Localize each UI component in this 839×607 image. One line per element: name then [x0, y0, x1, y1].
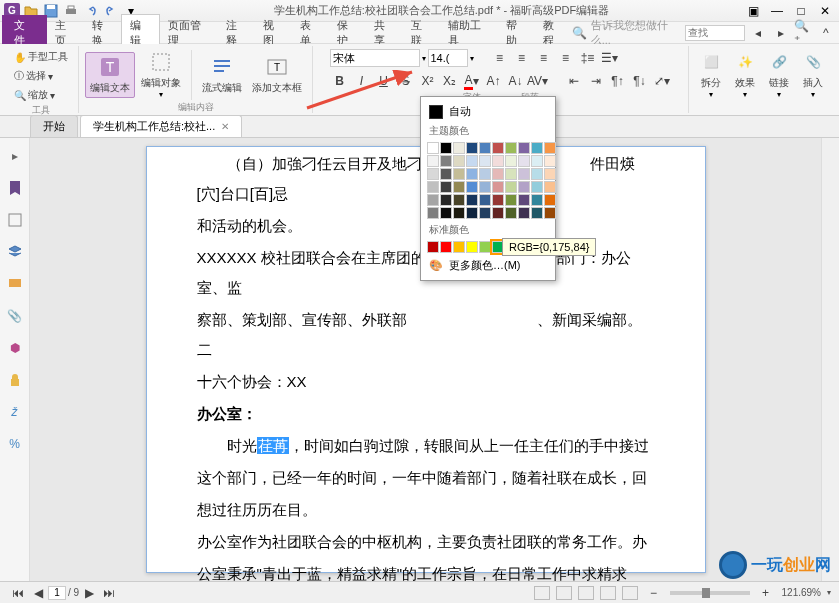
- security-icon[interactable]: [5, 370, 25, 390]
- font-name-combo[interactable]: [330, 49, 420, 67]
- line-spacing-icon[interactable]: ‡≡: [578, 48, 598, 68]
- color-swatch[interactable]: [531, 142, 543, 154]
- signatures-icon[interactable]: ž: [5, 402, 25, 422]
- zoom-slider[interactable]: [670, 591, 750, 595]
- indent-icon[interactable]: ⇥: [586, 71, 606, 91]
- font-color-button[interactable]: A▾: [462, 71, 482, 91]
- color-swatch[interactable]: [518, 155, 530, 167]
- color-swatch[interactable]: [453, 142, 465, 154]
- color-swatch[interactable]: [531, 168, 543, 180]
- first-page-icon[interactable]: ⏮: [8, 583, 28, 603]
- color-swatch[interactable]: [518, 194, 530, 206]
- color-swatch[interactable]: [531, 194, 543, 206]
- color-swatch[interactable]: [427, 155, 439, 167]
- tab-document[interactable]: 学生机构工作总结:校社...✕: [80, 115, 242, 137]
- color-swatch[interactable]: [531, 181, 543, 193]
- color-swatch[interactable]: [466, 194, 478, 206]
- color-swatch[interactable]: [427, 181, 439, 193]
- color-swatch[interactable]: [453, 207, 465, 219]
- color-swatch[interactable]: [479, 142, 491, 154]
- close-button[interactable]: ✕: [815, 3, 835, 19]
- insert-button[interactable]: 📎插入▾: [797, 48, 829, 101]
- comments-icon[interactable]: [5, 274, 25, 294]
- color-swatch[interactable]: [427, 168, 439, 180]
- color-swatch[interactable]: [544, 194, 556, 206]
- color-swatch[interactable]: [531, 207, 543, 219]
- find-input[interactable]: [685, 25, 745, 41]
- color-swatch[interactable]: [505, 155, 517, 167]
- last-page-icon[interactable]: ⏭: [99, 583, 119, 603]
- color-swatch[interactable]: [544, 181, 556, 193]
- zoom-value[interactable]: 121.69%: [782, 587, 821, 598]
- color-swatch[interactable]: [453, 168, 465, 180]
- strikethrough-button[interactable]: S̶: [396, 71, 416, 91]
- para-after-icon[interactable]: ¶↓: [630, 71, 650, 91]
- link-button[interactable]: 🔗链接▾: [763, 48, 795, 101]
- color-swatch[interactable]: [466, 168, 478, 180]
- superscript-button[interactable]: X²: [418, 71, 438, 91]
- color-swatch[interactable]: [440, 241, 452, 253]
- color-swatch[interactable]: [505, 207, 517, 219]
- color-swatch[interactable]: [492, 181, 504, 193]
- pages-panel-icon[interactable]: [5, 210, 25, 230]
- color-swatch[interactable]: [492, 168, 504, 180]
- auto-color-item[interactable]: 自动: [425, 101, 551, 122]
- underline-button[interactable]: U: [374, 71, 394, 91]
- color-swatch[interactable]: [544, 155, 556, 167]
- color-swatch[interactable]: [518, 168, 530, 180]
- italic-button[interactable]: I: [352, 71, 372, 91]
- color-swatch[interactable]: [466, 142, 478, 154]
- color-swatch[interactable]: [466, 241, 478, 253]
- color-swatch[interactable]: [492, 194, 504, 206]
- view-continuous-facing-icon[interactable]: [600, 586, 616, 600]
- outdent-icon[interactable]: ⇤: [564, 71, 584, 91]
- effect-button[interactable]: ✨效果▾: [729, 48, 761, 101]
- font-size-combo[interactable]: [428, 49, 468, 67]
- maximize-button[interactable]: □: [791, 3, 811, 19]
- color-swatch[interactable]: [518, 207, 530, 219]
- align-center-icon[interactable]: ≡: [512, 48, 532, 68]
- tell-me-text[interactable]: 告诉我您想做什么...: [591, 18, 681, 48]
- view-reflow-icon[interactable]: [622, 586, 638, 600]
- edit-object-button[interactable]: 编辑对象 ▾: [137, 48, 185, 101]
- ribbon-options-icon[interactable]: ▣: [743, 3, 763, 19]
- color-swatch[interactable]: [440, 142, 452, 154]
- color-swatch[interactable]: [453, 241, 465, 253]
- close-tab-icon[interactable]: ✕: [221, 121, 229, 132]
- color-swatch[interactable]: [479, 168, 491, 180]
- color-swatch[interactable]: [492, 142, 504, 154]
- color-swatch[interactable]: [466, 155, 478, 167]
- color-swatch[interactable]: [492, 155, 504, 167]
- color-swatch[interactable]: [440, 181, 452, 193]
- color-swatch[interactable]: [440, 168, 452, 180]
- view-single-icon[interactable]: [534, 586, 550, 600]
- edit-text-button[interactable]: T 编辑文本: [85, 52, 135, 98]
- color-swatch[interactable]: [453, 181, 465, 193]
- color-swatch[interactable]: [427, 207, 439, 219]
- color-swatch[interactable]: [453, 155, 465, 167]
- color-swatch[interactable]: [453, 194, 465, 206]
- color-swatch[interactable]: [440, 194, 452, 206]
- align-right-icon[interactable]: ≡: [534, 48, 554, 68]
- split-button[interactable]: ⬜拆分▾: [695, 48, 727, 101]
- sidebar-toggle-icon[interactable]: ▸: [5, 146, 25, 166]
- color-swatch[interactable]: [531, 155, 543, 167]
- vertical-scrollbar[interactable]: [821, 138, 839, 581]
- find-prev-icon[interactable]: ◂: [749, 23, 768, 43]
- next-page-icon[interactable]: ▶: [79, 583, 99, 603]
- view-continuous-icon[interactable]: [556, 586, 572, 600]
- stamps-icon[interactable]: ⬢: [5, 338, 25, 358]
- align-left-icon[interactable]: ≡: [490, 48, 510, 68]
- advanced-search-icon[interactable]: 🔍⁺: [794, 23, 813, 43]
- color-swatch[interactable]: [518, 181, 530, 193]
- selected-text[interactable]: 荏苒: [257, 437, 289, 454]
- streaming-edit-button[interactable]: 流式编辑: [198, 53, 246, 97]
- color-swatch[interactable]: [505, 194, 517, 206]
- color-swatch[interactable]: [440, 207, 452, 219]
- text-direction-icon[interactable]: ⤢▾: [652, 71, 672, 91]
- color-swatch[interactable]: [466, 207, 478, 219]
- char-spacing-icon[interactable]: AV▾: [528, 71, 548, 91]
- color-swatch[interactable]: [479, 155, 491, 167]
- color-swatch[interactable]: [479, 207, 491, 219]
- align-justify-icon[interactable]: ≡: [556, 48, 576, 68]
